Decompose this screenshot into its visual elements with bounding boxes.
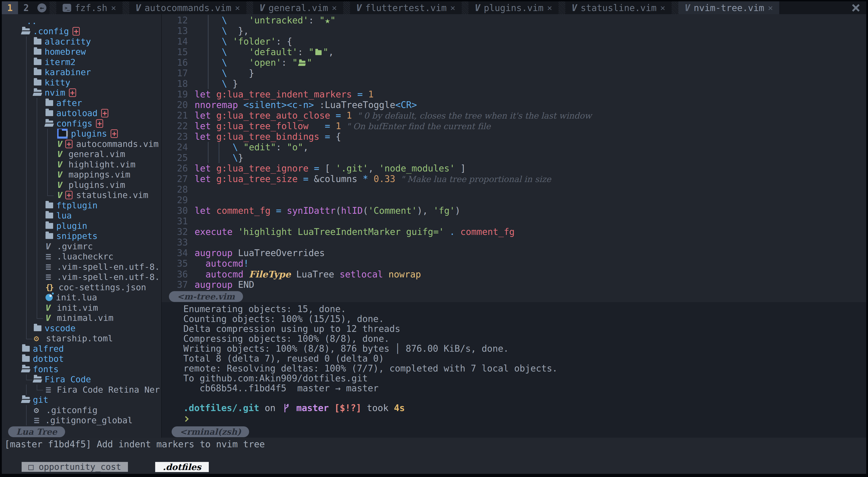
tree-item-plugins[interactable]: plugins+ [2, 129, 161, 139]
folder-icon [45, 110, 53, 116]
tabpage-2[interactable]: 2 [18, 1, 34, 14]
tree-item-autocommands.vim[interactable]: V+autocommands.vim [2, 139, 161, 149]
buffer-tab-label: plugins.vim [484, 3, 544, 13]
tree-item-iterm2[interactable]: iterm2 [2, 57, 161, 67]
tree-guide [26, 190, 27, 201]
cursor-block [57, 129, 68, 139]
tree-item-..[interactable]: .. [2, 16, 161, 26]
tree-item-statusline.vim[interactable]: V+statusline.vim [2, 190, 161, 201]
close-buffer-icon[interactable]: × [547, 3, 552, 13]
tree-item-label: .config [33, 26, 69, 36]
tree-item-.gitignore-global[interactable]: ≡.gitignore_global [2, 415, 161, 426]
folder-open-icon [34, 90, 41, 96]
tree-guide [26, 313, 27, 323]
tree-item-Fira-Code-Retina-Ner[interactable]: ≡Fira Code Retina Ner [2, 384, 161, 395]
tree-item-minimal.vim[interactable]: Vminimal.vim [2, 313, 161, 323]
tree-item-label: .gitignore_global [45, 415, 133, 425]
tree-item-git[interactable]: git [2, 395, 161, 405]
tree-guide [26, 415, 27, 426]
close-buffer-icon[interactable]: × [235, 3, 240, 13]
tree-guide [26, 180, 27, 190]
tree-item-fonts[interactable]: fonts [2, 364, 161, 374]
tree-item-lua[interactable]: lua [2, 211, 161, 221]
terminal-statusline: <rminal(zsh) [162, 426, 866, 438]
tree-item-dotbot[interactable]: dotbot [2, 354, 161, 364]
line-number: 16 [171, 57, 188, 68]
close-buffer-icon[interactable]: × [450, 3, 455, 13]
line-number: 36 [171, 269, 188, 280]
tree-item-mappings.vim[interactable]: Vmappings.vim [2, 170, 161, 180]
close-buffer-icon[interactable]: × [768, 3, 773, 13]
line-number: 31 [171, 216, 188, 227]
tree-item-starship.toml[interactable]: ⚙starship.toml [2, 334, 161, 344]
tree-item-kitty[interactable]: kitty [2, 77, 161, 88]
tmux-window-1[interactable]: □ opportunity_cost [10, 461, 140, 473]
tree-item-snippets[interactable]: snippets [2, 231, 161, 241]
buffer-tab-statusline.vim[interactable]: Vstatusline.vim× [565, 1, 672, 14]
tabline: 12 ← >_fzf.sh×Vautocommands.vim×Vgeneral… [2, 1, 866, 14]
buffer-tab-plugins.vim[interactable]: Vplugins.vim× [468, 1, 559, 14]
buffer-tab-fluttertest.vim[interactable]: Vfluttertest.vim× [350, 1, 462, 14]
terminal-split[interactable]: Enumerating objects: 15, done.Counting o… [162, 302, 866, 426]
tree-item-.gvimrc[interactable]: V.gvimrc [2, 241, 161, 251]
code-line: 23let g:lua_tree_bindings = { [171, 131, 866, 142]
line-number: 18 [171, 78, 188, 89]
folder-icon [34, 39, 41, 44]
tree-item-ftplugin[interactable]: ftplugin [2, 200, 161, 211]
line-number: 24 [171, 142, 188, 152]
buffer-tab-nvim-tree.vim[interactable]: Vnvim-tree.vim× [678, 1, 779, 14]
tree-item-nvim[interactable]: nvim+ [2, 88, 161, 98]
tree-item-label: Fira Code Retina Ner [57, 385, 160, 395]
tree-item-karabiner[interactable]: karabiner [2, 67, 161, 78]
tree-item-Fira-Code[interactable]: Fira Code [2, 374, 161, 385]
tree-guide [37, 98, 37, 108]
tree-item-plugin[interactable]: plugin [2, 221, 161, 231]
line-number: 27 [171, 174, 188, 184]
bottom-area: [master f1bd4f5] Add indent markers to n… [2, 438, 866, 474]
buffer-tab-autocommands.vim[interactable]: Vautocommands.vim× [129, 1, 246, 14]
terminal-line: Delta compression using up to 12 threads [183, 324, 866, 334]
tree-item-highlight.vim[interactable]: Vhighlight.vim [2, 159, 161, 170]
tree-item-configs[interactable]: configs+ [2, 118, 161, 129]
tmux-window-list: □ opportunity_cost.dotfiles [10, 461, 218, 473]
tree-item-label: general.vim [68, 149, 125, 159]
tree-item-.config[interactable]: .config+ [2, 26, 161, 37]
back-arrow-icon[interactable]: ← [37, 3, 46, 12]
code-line: 28 [171, 184, 866, 195]
tmux-window-2[interactable]: .dotfiles [146, 461, 218, 473]
tree-item-alacritty[interactable]: alacritty [2, 36, 161, 47]
text-file-icon: ≡ [45, 272, 54, 282]
buffer-tab-fzf.sh[interactable]: >_fzf.sh× [56, 1, 122, 14]
tree-item-plugins.vim[interactable]: Vplugins.vim [2, 180, 161, 190]
tree-item-alfred[interactable]: alfred [2, 344, 161, 354]
tree-item-autoload[interactable]: autoload+ [2, 108, 161, 118]
tree-item-.vim-spell-en.utf-8.[interactable]: ≡.vim-spell-en.utf-8. [2, 272, 161, 282]
tree-item-.gitconfig[interactable]: ⚙.gitconfig [2, 405, 161, 415]
tree-item-general.vim[interactable]: Vgeneral.vim [2, 149, 161, 160]
buffer-tab-general.vim[interactable]: Vgeneral.vim× [253, 1, 343, 14]
tree-item-init.vim[interactable]: Vinit.vim [2, 303, 161, 313]
plus-badge-icon: + [96, 119, 103, 128]
tree-item-coc-settings.json[interactable]: {}coc-settings.json [2, 282, 161, 293]
close-buffer-icon[interactable]: × [332, 3, 337, 13]
tree-guide [47, 196, 54, 196]
buffer-tab-label: general.vim [269, 3, 328, 13]
tree-guide [37, 149, 37, 160]
close-buffer-icon[interactable]: × [660, 3, 665, 13]
tree-item-homebrew[interactable]: homebrew [2, 47, 161, 57]
tree-guide [26, 272, 27, 282]
tree-item-.vim-spell-en.utf-8.[interactable]: ≡.vim-spell-en.utf-8. [2, 262, 161, 272]
tree-item-.luacheckrc[interactable]: ≡.luacheckrc [2, 251, 161, 262]
editor-buffer[interactable]: 12 │ \ 'untracked': "★"13 │ \ },14 │ \ '… [162, 14, 866, 291]
close-icon[interactable] [851, 3, 860, 12]
tree-item-after[interactable]: after [2, 98, 161, 108]
app-window: 12 ← >_fzf.sh×Vautocommands.vim×Vgeneral… [0, 0, 868, 477]
close-buffer-icon[interactable]: × [111, 3, 116, 13]
vim-file-icon: V [57, 150, 65, 159]
file-tree: ...config+alacrittyhomebrewiterm2karabin… [2, 14, 161, 426]
tab-separator [672, 1, 678, 14]
tree-item-init.lua[interactable]: init.lua [2, 293, 161, 303]
tabpage-1[interactable]: 1 [2, 1, 18, 14]
tree-item-vscode[interactable]: vscode [2, 323, 161, 334]
code-line: 36 autocmd FileType LuaTree setlocal now… [171, 269, 866, 279]
